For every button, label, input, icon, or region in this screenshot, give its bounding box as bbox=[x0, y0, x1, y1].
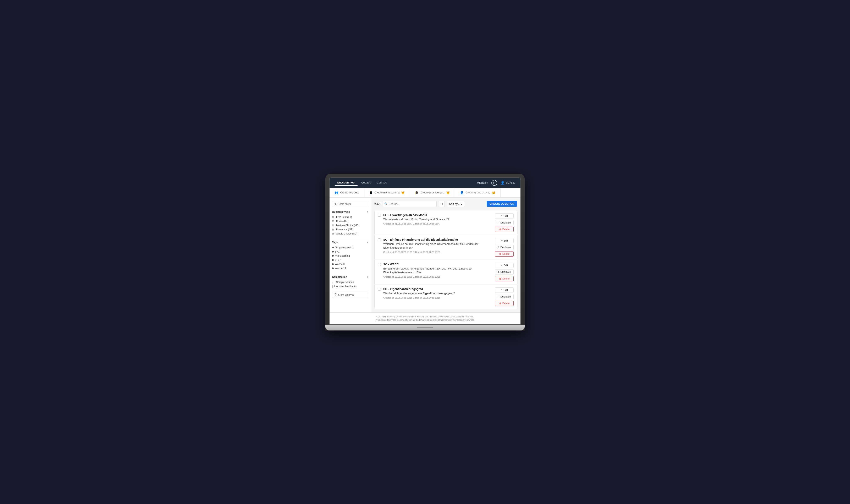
delete-label-2: Delete bbox=[502, 253, 510, 255]
delete-icon: 🗑 bbox=[499, 277, 501, 280]
content-area: 0/204 🔍 ⊟ Sort by... ∨ bbox=[371, 198, 520, 312]
filter-kprim[interactable]: ▤ Kprim (KP) bbox=[332, 219, 368, 223]
reset-filters-button[interactable]: ↺ Reset filters bbox=[332, 201, 368, 207]
question-meta-3: Created at 15.08.2023 17:38 Edited at 15… bbox=[383, 275, 492, 278]
tab-create-microlearning[interactable]: 📱 Create microlearning 👑 bbox=[364, 188, 410, 197]
tag-dot-icon bbox=[332, 259, 334, 261]
show-archived-label: Show archived bbox=[338, 293, 354, 296]
edit-button-4[interactable]: ✏ Edit bbox=[495, 287, 514, 293]
question-types-header[interactable]: Question types ∧ bbox=[332, 211, 368, 213]
search-input[interactable] bbox=[383, 201, 437, 207]
duplicate-button-2[interactable]: ⧉ Duplicate bbox=[495, 245, 514, 250]
filter-numerical[interactable]: ▤ Numerical (NR) bbox=[332, 228, 368, 232]
filter-button[interactable]: ⊟ bbox=[439, 201, 445, 207]
tags-header[interactable]: Tags ∧ bbox=[332, 241, 368, 244]
tag-microlearning[interactable]: Microlearning bbox=[332, 254, 368, 258]
nav-play-button[interactable]: ▶ bbox=[491, 180, 497, 186]
tab-microlearning-label: Create microlearning bbox=[375, 191, 400, 194]
edit-button-3[interactable]: ✏ Edit bbox=[495, 263, 514, 268]
tag-bf1[interactable]: BF1 bbox=[332, 250, 368, 254]
sidebar-section-question-types: Question types ∧ ▤ Free Text (FT) ▤ Kpri… bbox=[332, 211, 368, 236]
create-question-label: CREATE QUESTION bbox=[489, 202, 514, 205]
tab-create-live-quiz[interactable]: 👥 Create live quiz bbox=[330, 188, 364, 197]
tab-practice-quiz-label: Create practice quiz bbox=[420, 191, 445, 194]
user-avatar-icon: 👤 bbox=[501, 181, 505, 185]
delete-button-2[interactable]: 🗑 Delete bbox=[495, 251, 514, 257]
laptop-base bbox=[325, 325, 525, 330]
nav-question-pool[interactable]: Question Pool bbox=[334, 180, 358, 186]
practice-quiz-crown-icon: 👑 bbox=[446, 191, 450, 194]
edit-label-2: Edit bbox=[504, 239, 508, 242]
tab-create-practice-quiz[interactable]: 🎓 Create practice quiz 👑 bbox=[410, 188, 455, 197]
filter-answer-feedbacks[interactable]: 💬 Answer feedbacks bbox=[332, 284, 368, 288]
search-box: 🔍 bbox=[383, 201, 437, 207]
question-actions-4: ✏ Edit ⧉ Duplicate 🗑 Delete bbox=[495, 287, 514, 306]
question-title-1: SC - Erwartungen an das Modul bbox=[383, 213, 492, 217]
question-meta-1: Created at 31.08.2023 08:47 Edited at 31… bbox=[383, 222, 492, 225]
sort-button[interactable]: Sort by... ∨ bbox=[447, 201, 465, 207]
question-checkbox-1[interactable] bbox=[378, 214, 381, 217]
nav-migration[interactable]: Migration bbox=[477, 181, 488, 184]
question-actions-1: ✏ Edit ⧉ Duplicate 🗑 Delete bbox=[495, 213, 514, 232]
footer-line2: Products and Services displayed herein a… bbox=[332, 319, 518, 322]
sc-icon: ▤ bbox=[332, 232, 335, 235]
question-checkbox-2[interactable] bbox=[378, 238, 381, 241]
tag-dot-icon bbox=[332, 255, 334, 257]
delete-label-3: Delete bbox=[502, 277, 510, 280]
delete-label-4: Delete bbox=[502, 302, 510, 305]
filter-answer-feedbacks-label: Answer feedbacks bbox=[336, 285, 357, 288]
duplicate-label-1: Duplicate bbox=[500, 221, 511, 224]
duplicate-button-4[interactable]: ⧉ Duplicate bbox=[495, 294, 514, 299]
filter-multiple-choice[interactable]: ▤ Multiple Choice (MC) bbox=[332, 223, 368, 228]
question-content-4: SC - Eigenfinanzierungsgrad Was bezeichn… bbox=[383, 287, 492, 299]
gamification-header[interactable]: Gamification ∧ bbox=[332, 275, 368, 278]
tag-woche11[interactable]: Woche 11 bbox=[332, 266, 368, 270]
navbar: Question Pool Quizzes Courses Migration … bbox=[330, 178, 520, 188]
search-icon: 🔍 bbox=[384, 202, 387, 205]
footer-line1: ©2023 IBF Teaching Center, Department of… bbox=[332, 315, 518, 319]
create-question-button[interactable]: CREATE QUESTION bbox=[487, 201, 517, 207]
play-icon: ▶ bbox=[493, 182, 495, 184]
question-title-3: SC - WACC bbox=[383, 263, 492, 266]
laptop-screen: Question Pool Quizzes Courses Migration … bbox=[329, 178, 521, 325]
tag-gruppenquest1[interactable]: Gruppenquest 1 bbox=[332, 246, 368, 250]
nav-quizzes[interactable]: Quizzes bbox=[359, 180, 373, 186]
question-body-3: Berechne den WACC für folgende Angaben: … bbox=[383, 267, 492, 274]
delete-button-3[interactable]: 🗑 Delete bbox=[495, 276, 514, 281]
question-title-4: SC - Eigenfinanzierungsgrad bbox=[383, 287, 492, 291]
question-checkbox-3[interactable] bbox=[378, 263, 381, 266]
edit-button-2[interactable]: ✏ Edit bbox=[495, 238, 514, 244]
question-content-1: SC - Erwartungen an das Modul Was erwart… bbox=[383, 213, 492, 225]
nav-user-menu[interactable]: 👤 bf1hs23 bbox=[501, 181, 516, 185]
tag-woche10[interactable]: Woche10 bbox=[332, 262, 368, 266]
tags-title: Tags bbox=[332, 241, 337, 244]
filter-free-text[interactable]: ▤ Free Text (FT) bbox=[332, 215, 368, 219]
group-activity-crown-icon: 👑 bbox=[492, 191, 495, 194]
question-checkbox-4[interactable] bbox=[378, 288, 381, 291]
sidebar: ↺ Reset filters Question types ∧ ▤ Free … bbox=[330, 198, 371, 312]
sort-chevron-icon: ∨ bbox=[461, 202, 463, 205]
delete-label-1: Delete bbox=[502, 228, 510, 231]
footer: ©2023 IBF Teaching Center, Department of… bbox=[330, 312, 520, 324]
duplicate-button-1[interactable]: ⧉ Duplicate bbox=[495, 220, 514, 226]
question-body-prefix-4: Was bezeichnet der sogenannte bbox=[383, 292, 423, 295]
edit-icon: ✏ bbox=[501, 264, 503, 267]
filter-sample-solution[interactable]: ○ Sample solution bbox=[332, 280, 368, 284]
filter-single-choice[interactable]: ▤ Single Choice (SC) bbox=[332, 232, 368, 236]
delete-button-4[interactable]: 🗑 Delete bbox=[495, 301, 514, 306]
show-archived-button[interactable]: 🗄 Show archived bbox=[332, 292, 368, 298]
duplicate-icon: ⧉ bbox=[498, 221, 499, 224]
delete-icon: 🗑 bbox=[499, 228, 501, 231]
question-count-badge: 0/204 bbox=[375, 202, 381, 205]
table-row: SC - Eigenfinanzierungsgrad Was bezeichn… bbox=[375, 284, 517, 309]
tag-vl07[interactable]: VL07 bbox=[332, 258, 368, 262]
edit-button-1[interactable]: ✏ Edit bbox=[495, 213, 514, 219]
delete-button-1[interactable]: 🗑 Delete bbox=[495, 227, 514, 232]
tag-dot-icon bbox=[332, 267, 334, 269]
question-actions-3: ✏ Edit ⧉ Duplicate 🗑 Delete bbox=[495, 263, 514, 281]
tab-create-group-activity[interactable]: 👤 Create group activity 👑 bbox=[455, 188, 501, 197]
duplicate-button-3[interactable]: ⧉ Duplicate bbox=[495, 269, 514, 275]
nav-courses[interactable]: Courses bbox=[374, 180, 389, 186]
filter-kprim-label: Kprim (KP) bbox=[336, 220, 348, 223]
question-list: SC - Erwartungen an das Modul Was erwart… bbox=[375, 210, 517, 309]
